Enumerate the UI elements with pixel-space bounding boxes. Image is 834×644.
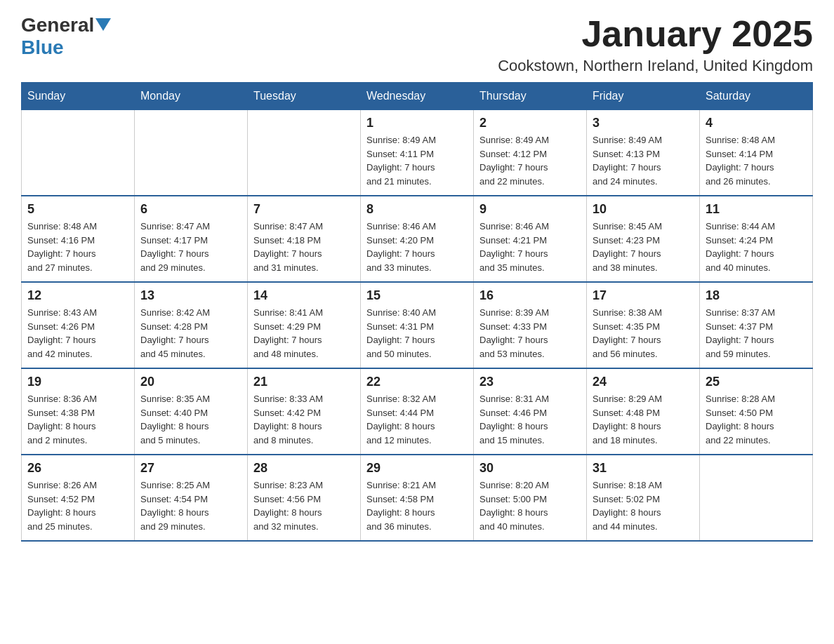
calendar-cell: 16Sunrise: 8:39 AM Sunset: 4:33 PM Dayli… bbox=[474, 282, 587, 368]
calendar-cell: 14Sunrise: 8:41 AM Sunset: 4:29 PM Dayli… bbox=[248, 282, 361, 368]
day-info: Sunrise: 8:26 AM Sunset: 4:52 PM Dayligh… bbox=[27, 478, 128, 533]
calendar-cell: 15Sunrise: 8:40 AM Sunset: 4:31 PM Dayli… bbox=[361, 282, 474, 368]
calendar-header-sunday: Sunday bbox=[22, 83, 135, 110]
logo-blue: Blue bbox=[21, 36, 64, 58]
day-number: 17 bbox=[593, 288, 694, 303]
calendar-header-row: SundayMondayTuesdayWednesdayThursdayFrid… bbox=[22, 83, 813, 110]
day-number: 26 bbox=[27, 461, 128, 476]
calendar-cell: 13Sunrise: 8:42 AM Sunset: 4:28 PM Dayli… bbox=[135, 282, 248, 368]
calendar-cell: 12Sunrise: 8:43 AM Sunset: 4:26 PM Dayli… bbox=[22, 282, 135, 368]
calendar-cell: 31Sunrise: 8:18 AM Sunset: 5:02 PM Dayli… bbox=[587, 455, 700, 541]
logo: General Blue bbox=[21, 14, 111, 59]
logo-general: General bbox=[21, 14, 94, 36]
day-number: 5 bbox=[27, 202, 128, 217]
page-subtitle: Cookstown, Northern Ireland, United King… bbox=[498, 57, 813, 75]
day-number: 16 bbox=[479, 288, 581, 303]
day-number: 7 bbox=[253, 202, 355, 217]
day-info: Sunrise: 8:44 AM Sunset: 4:24 PM Dayligh… bbox=[706, 220, 807, 274]
day-info: Sunrise: 8:48 AM Sunset: 4:14 PM Dayligh… bbox=[706, 133, 807, 188]
day-info: Sunrise: 8:38 AM Sunset: 4:35 PM Dayligh… bbox=[593, 306, 694, 361]
day-number: 15 bbox=[366, 288, 468, 303]
calendar-header-saturday: Saturday bbox=[700, 83, 813, 110]
day-info: Sunrise: 8:42 AM Sunset: 4:28 PM Dayligh… bbox=[140, 306, 241, 361]
calendar-cell: 9Sunrise: 8:46 AM Sunset: 4:21 PM Daylig… bbox=[474, 196, 587, 282]
calendar-week-5: 26Sunrise: 8:26 AM Sunset: 4:52 PM Dayli… bbox=[22, 455, 813, 541]
calendar-cell: 28Sunrise: 8:23 AM Sunset: 4:56 PM Dayli… bbox=[248, 455, 361, 541]
calendar-cell: 10Sunrise: 8:45 AM Sunset: 4:23 PM Dayli… bbox=[587, 196, 700, 282]
day-info: Sunrise: 8:45 AM Sunset: 4:23 PM Dayligh… bbox=[593, 220, 694, 274]
day-info: Sunrise: 8:39 AM Sunset: 4:33 PM Dayligh… bbox=[479, 306, 581, 361]
page-header: General Blue January 2025 Cookstown, Nor… bbox=[21, 14, 813, 75]
calendar-cell: 29Sunrise: 8:21 AM Sunset: 4:58 PM Dayli… bbox=[361, 455, 474, 541]
calendar-cell: 5Sunrise: 8:48 AM Sunset: 4:16 PM Daylig… bbox=[22, 196, 135, 282]
day-info: Sunrise: 8:43 AM Sunset: 4:26 PM Dayligh… bbox=[27, 306, 128, 361]
day-info: Sunrise: 8:32 AM Sunset: 4:44 PM Dayligh… bbox=[366, 392, 468, 447]
day-number: 1 bbox=[366, 116, 468, 130]
calendar-cell bbox=[248, 110, 361, 196]
calendar-cell bbox=[135, 110, 248, 196]
day-info: Sunrise: 8:41 AM Sunset: 4:29 PM Dayligh… bbox=[253, 306, 355, 361]
day-number: 27 bbox=[140, 461, 241, 476]
day-info: Sunrise: 8:46 AM Sunset: 4:20 PM Dayligh… bbox=[366, 220, 468, 274]
calendar-cell: 30Sunrise: 8:20 AM Sunset: 5:00 PM Dayli… bbox=[474, 455, 587, 541]
calendar-week-3: 12Sunrise: 8:43 AM Sunset: 4:26 PM Dayli… bbox=[22, 282, 813, 368]
calendar-cell: 19Sunrise: 8:36 AM Sunset: 4:38 PM Dayli… bbox=[22, 368, 135, 455]
calendar-cell: 6Sunrise: 8:47 AM Sunset: 4:17 PM Daylig… bbox=[135, 196, 248, 282]
page-title: January 2025 bbox=[498, 14, 813, 54]
day-number: 19 bbox=[27, 375, 128, 389]
day-info: Sunrise: 8:40 AM Sunset: 4:31 PM Dayligh… bbox=[366, 306, 468, 361]
calendar-cell bbox=[22, 110, 135, 196]
calendar-cell: 22Sunrise: 8:32 AM Sunset: 4:44 PM Dayli… bbox=[361, 368, 474, 455]
day-number: 29 bbox=[366, 461, 468, 476]
day-info: Sunrise: 8:37 AM Sunset: 4:37 PM Dayligh… bbox=[706, 306, 807, 361]
calendar-table: SundayMondayTuesdayWednesdayThursdayFrid… bbox=[21, 82, 813, 542]
calendar-header-tuesday: Tuesday bbox=[248, 83, 361, 110]
day-number: 6 bbox=[140, 202, 241, 217]
day-info: Sunrise: 8:31 AM Sunset: 4:46 PM Dayligh… bbox=[479, 392, 581, 447]
day-info: Sunrise: 8:36 AM Sunset: 4:38 PM Dayligh… bbox=[27, 392, 128, 447]
day-info: Sunrise: 8:21 AM Sunset: 4:58 PM Dayligh… bbox=[366, 478, 468, 533]
day-number: 21 bbox=[253, 375, 355, 389]
day-info: Sunrise: 8:18 AM Sunset: 5:02 PM Dayligh… bbox=[593, 478, 694, 533]
day-info: Sunrise: 8:29 AM Sunset: 4:48 PM Dayligh… bbox=[593, 392, 694, 447]
day-number: 12 bbox=[27, 288, 128, 303]
calendar-cell: 8Sunrise: 8:46 AM Sunset: 4:20 PM Daylig… bbox=[361, 196, 474, 282]
day-number: 11 bbox=[706, 202, 807, 217]
day-number: 14 bbox=[253, 288, 355, 303]
calendar-cell: 27Sunrise: 8:25 AM Sunset: 4:54 PM Dayli… bbox=[135, 455, 248, 541]
day-number: 22 bbox=[366, 375, 468, 389]
calendar-cell: 23Sunrise: 8:31 AM Sunset: 4:46 PM Dayli… bbox=[474, 368, 587, 455]
calendar-header-wednesday: Wednesday bbox=[361, 83, 474, 110]
day-info: Sunrise: 8:20 AM Sunset: 5:00 PM Dayligh… bbox=[479, 478, 581, 533]
svg-marker-0 bbox=[95, 18, 111, 31]
calendar-week-1: 1Sunrise: 8:49 AM Sunset: 4:11 PM Daylig… bbox=[22, 110, 813, 196]
day-info: Sunrise: 8:47 AM Sunset: 4:18 PM Dayligh… bbox=[253, 220, 355, 274]
calendar-cell bbox=[700, 455, 813, 541]
calendar-week-4: 19Sunrise: 8:36 AM Sunset: 4:38 PM Dayli… bbox=[22, 368, 813, 455]
calendar-cell: 24Sunrise: 8:29 AM Sunset: 4:48 PM Dayli… bbox=[587, 368, 700, 455]
day-info: Sunrise: 8:46 AM Sunset: 4:21 PM Dayligh… bbox=[479, 220, 581, 274]
day-number: 31 bbox=[593, 461, 694, 476]
calendar-cell: 17Sunrise: 8:38 AM Sunset: 4:35 PM Dayli… bbox=[587, 282, 700, 368]
calendar-cell: 4Sunrise: 8:48 AM Sunset: 4:14 PM Daylig… bbox=[700, 110, 813, 196]
calendar-cell: 7Sunrise: 8:47 AM Sunset: 4:18 PM Daylig… bbox=[248, 196, 361, 282]
day-info: Sunrise: 8:33 AM Sunset: 4:42 PM Dayligh… bbox=[253, 392, 355, 447]
calendar-cell: 20Sunrise: 8:35 AM Sunset: 4:40 PM Dayli… bbox=[135, 368, 248, 455]
day-number: 28 bbox=[253, 461, 355, 476]
day-info: Sunrise: 8:47 AM Sunset: 4:17 PM Dayligh… bbox=[140, 220, 241, 274]
day-number: 13 bbox=[140, 288, 241, 303]
calendar-cell: 11Sunrise: 8:44 AM Sunset: 4:24 PM Dayli… bbox=[700, 196, 813, 282]
day-info: Sunrise: 8:48 AM Sunset: 4:16 PM Dayligh… bbox=[27, 220, 128, 274]
calendar-header-thursday: Thursday bbox=[474, 83, 587, 110]
day-info: Sunrise: 8:23 AM Sunset: 4:56 PM Dayligh… bbox=[253, 478, 355, 533]
day-number: 2 bbox=[479, 116, 581, 130]
day-number: 25 bbox=[706, 375, 807, 389]
calendar-cell: 26Sunrise: 8:26 AM Sunset: 4:52 PM Dayli… bbox=[22, 455, 135, 541]
calendar-cell: 3Sunrise: 8:49 AM Sunset: 4:13 PM Daylig… bbox=[587, 110, 700, 196]
day-info: Sunrise: 8:49 AM Sunset: 4:13 PM Dayligh… bbox=[593, 133, 694, 188]
calendar-header-friday: Friday bbox=[587, 83, 700, 110]
logo-triangle-icon bbox=[95, 18, 111, 34]
day-info: Sunrise: 8:35 AM Sunset: 4:40 PM Dayligh… bbox=[140, 392, 241, 447]
day-number: 23 bbox=[479, 375, 581, 389]
calendar-cell: 25Sunrise: 8:28 AM Sunset: 4:50 PM Dayli… bbox=[700, 368, 813, 455]
